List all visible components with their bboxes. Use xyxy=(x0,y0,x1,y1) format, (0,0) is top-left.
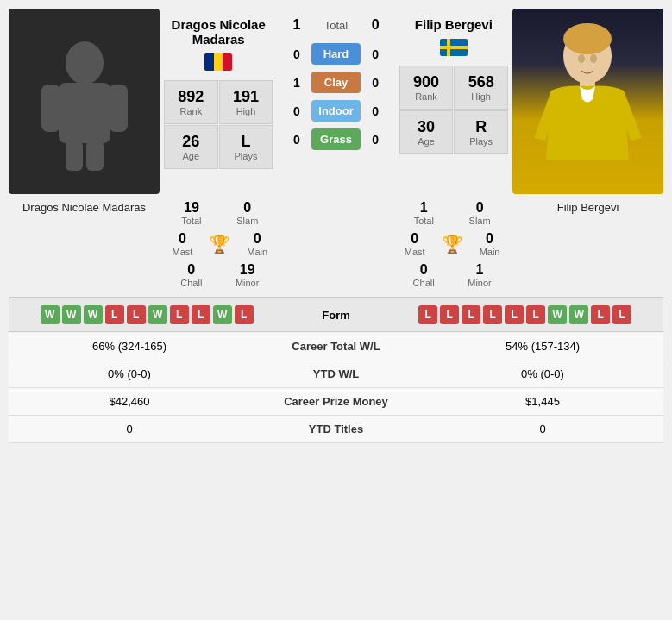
left-player-silhouette xyxy=(33,33,136,171)
divider xyxy=(9,291,663,297)
right-trophy-icon: 🏆 xyxy=(442,234,463,254)
right-age-box: 30 Age xyxy=(399,110,454,154)
svg-rect-4 xyxy=(66,141,83,171)
bottom-right-value: 54% (157-134) xyxy=(422,340,663,353)
indoor-score-row: 0 Indoor 0 xyxy=(281,97,390,125)
bottom-left-value: 0 xyxy=(9,423,250,435)
left-form-badges: WWWLLWLLWL xyxy=(9,305,285,324)
grass-button: Grass xyxy=(311,128,360,150)
lower-section: Dragos Nicolae Madaras 19 Total 0 Slam 0 xyxy=(9,197,663,291)
right-total-stat: 1 Total xyxy=(414,200,434,226)
form-badge: L xyxy=(483,305,502,324)
bottom-stats-row: 66% (324-165)Career Total W/L54% (157-13… xyxy=(9,333,663,360)
form-badge: L xyxy=(440,305,459,324)
left-player-flag xyxy=(204,53,232,73)
form-badge: L xyxy=(591,305,610,324)
bottom-stats-row: 0% (0-0)YTD W/L0% (0-0) xyxy=(9,360,663,388)
svg-rect-2 xyxy=(41,85,60,132)
right-name-below: Filip Bergevi xyxy=(512,197,663,291)
right-form-badges: LLLLLLWWLL xyxy=(388,305,663,324)
grass-score-row: 0 Grass 0 xyxy=(281,125,390,153)
right-high-box: 568 High xyxy=(454,66,508,110)
bottom-right-value: 0 xyxy=(422,423,663,435)
left-lower-stats: 19 Total 0 Slam 0 Mast 🏆 0 Main xyxy=(160,197,280,291)
right-chall-stat: 0 Chall xyxy=(413,262,435,288)
right-lower-stats: 1 Total 0 Slam 0 Mast 🏆 0 Main xyxy=(392,197,512,291)
bottom-center-label: Career Prize Money xyxy=(250,395,422,408)
right-main-stat: 0 Main xyxy=(480,231,500,257)
bottom-left-value: 66% (324-165) xyxy=(9,340,250,353)
right-player-silhouette xyxy=(512,9,663,194)
left-name-label: Dragos Nicolae Madaras xyxy=(9,197,160,217)
left-total-slam-row: 19 Total 0 Slam xyxy=(164,197,276,229)
left-trophy-icon: 🏆 xyxy=(209,234,230,254)
left-total-stat: 19 Total xyxy=(181,200,201,226)
left-mast-stat: 0 Mast xyxy=(172,231,192,257)
left-chall-minor-row: 0 Chall 19 Minor xyxy=(164,260,276,291)
right-chall-minor-row: 0 Chall 1 Minor xyxy=(396,260,508,291)
right-name-label: Filip Bergevi xyxy=(512,197,663,217)
hard-score-row: 0 Hard 0 xyxy=(281,40,390,68)
form-badge: W xyxy=(569,305,588,324)
form-badge: L xyxy=(170,305,189,324)
left-rank-box: 892 Rank xyxy=(164,80,218,124)
right-stats-grid: 900 Rank 568 High 30 Age R Plays xyxy=(399,66,508,154)
right-plays-box: R Plays xyxy=(454,110,508,154)
right-player-name: Filip Bergevi xyxy=(415,9,493,35)
form-badge: L xyxy=(235,305,254,324)
form-badge: L xyxy=(505,305,524,324)
hard-button: Hard xyxy=(311,43,360,65)
right-slam-stat: 0 Slam xyxy=(469,200,491,226)
left-player-info: Dragos Nicolae Madaras 892 Rank 191 High… xyxy=(160,9,277,169)
left-player-photo xyxy=(9,9,160,194)
right-mast-stat: 0 Mast xyxy=(405,231,425,257)
left-mast-main-row: 0 Mast 🏆 0 Main xyxy=(164,229,276,260)
form-label: Form xyxy=(285,309,388,322)
svg-rect-1 xyxy=(59,83,110,143)
bottom-stats-row: 0YTD Titles0 xyxy=(9,416,663,443)
right-player-flag xyxy=(440,39,468,59)
indoor-button: Indoor xyxy=(311,100,360,122)
svg-point-0 xyxy=(66,41,104,85)
svg-rect-3 xyxy=(109,85,128,132)
form-badge: W xyxy=(62,305,81,324)
svg-rect-5 xyxy=(86,141,104,171)
left-main-stat: 0 Main xyxy=(247,231,267,257)
left-player-name: Dragos Nicolae Madaras xyxy=(172,9,266,50)
bottom-left-value: $42,460 xyxy=(9,395,250,408)
right-rank-box: 900 Rank xyxy=(399,66,454,110)
bottom-left-value: 0% (0-0) xyxy=(9,367,250,380)
right-mast-main-row: 0 Mast 🏆 0 Main xyxy=(396,229,508,260)
form-badge: W xyxy=(148,305,167,324)
clay-button: Clay xyxy=(311,72,360,93)
form-badge: W xyxy=(84,305,103,324)
bottom-stats-table: 66% (324-165)Career Total W/L54% (157-13… xyxy=(9,333,663,443)
right-player-photo xyxy=(512,9,663,194)
left-minor-stat: 19 Minor xyxy=(236,262,260,288)
right-minor-stat: 1 Minor xyxy=(468,262,492,288)
left-name-below: Dragos Nicolae Madaras xyxy=(9,197,160,291)
right-player-info: Filip Bergevi 900 Rank 568 High 30 Age xyxy=(395,9,512,154)
bottom-right-value: 0% (0-0) xyxy=(422,367,663,380)
svg-point-9 xyxy=(578,54,585,63)
form-badge: W xyxy=(548,305,567,324)
top-section: Dragos Nicolae Madaras 892 Rank 191 High… xyxy=(9,9,663,194)
center-spacer xyxy=(280,197,393,291)
bottom-stats-row: $42,460Career Prize Money$1,445 xyxy=(9,388,663,416)
form-badge: L xyxy=(462,305,480,324)
left-plays-box: L Plays xyxy=(219,125,273,169)
total-score-row: 1 Total 0 xyxy=(281,9,390,40)
clay-score-row: 1 Clay 0 xyxy=(281,68,390,97)
bottom-right-value: $1,445 xyxy=(422,395,663,408)
form-row: WWWLLWLLWL Form LLLLLLWWLL xyxy=(9,297,663,332)
left-slam-stat: 0 Slam xyxy=(236,200,258,226)
bottom-center-label: YTD W/L xyxy=(250,367,422,380)
form-badge: L xyxy=(612,305,631,324)
bottom-center-label: Career Total W/L xyxy=(250,340,422,353)
left-stats-grid: 892 Rank 191 High 26 Age L Plays xyxy=(164,80,273,169)
form-badge: L xyxy=(418,305,437,324)
form-badge: W xyxy=(41,305,60,324)
svg-point-7 xyxy=(563,23,612,54)
form-badge: L xyxy=(526,305,545,324)
right-total-slam-row: 1 Total 0 Slam xyxy=(396,197,508,229)
